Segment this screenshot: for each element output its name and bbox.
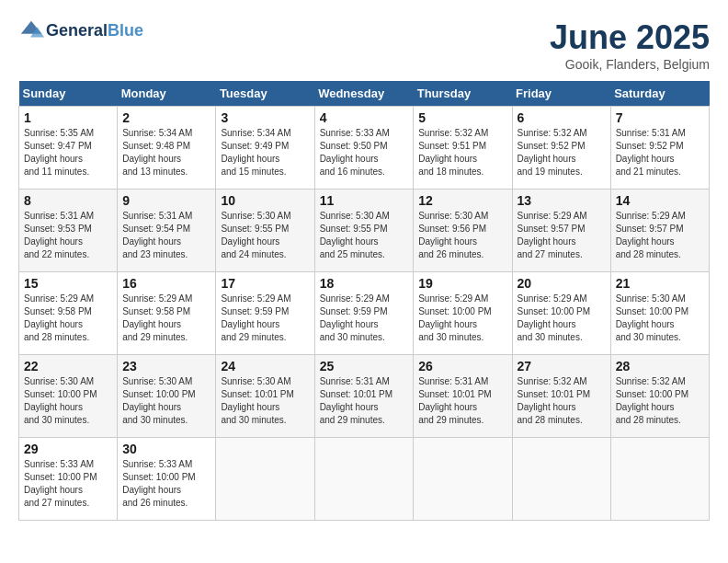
- calendar-day-cell: 15 Sunrise: 5:29 AMSunset: 9:58 PMDaylig…: [19, 272, 118, 355]
- day-info: Sunrise: 5:30 AMSunset: 10:01 PMDaylight…: [221, 376, 294, 425]
- calendar-day-cell: 21 Sunrise: 5:30 AMSunset: 10:00 PMDayli…: [610, 272, 709, 355]
- calendar-day-cell: [512, 438, 610, 521]
- day-number: 21: [616, 276, 704, 291]
- day-number: 5: [418, 110, 506, 125]
- day-number: 17: [221, 276, 309, 291]
- day-number: 22: [24, 359, 112, 373]
- calendar-day-cell: [610, 438, 709, 521]
- day-number: 16: [122, 276, 210, 291]
- month-title: June 2025: [550, 18, 710, 57]
- day-info: Sunrise: 5:33 AMSunset: 10:00 PMDaylight…: [24, 459, 97, 508]
- day-info: Sunrise: 5:34 AMSunset: 9:49 PMDaylight …: [221, 128, 290, 177]
- day-number: 25: [320, 359, 409, 373]
- calendar-day-cell: 26 Sunrise: 5:31 AMSunset: 10:01 PMDayli…: [414, 355, 512, 438]
- calendar-day-cell: 13 Sunrise: 5:29 AMSunset: 9:57 PMDaylig…: [512, 190, 610, 272]
- day-info: Sunrise: 5:30 AMSunset: 10:00 PMDaylight…: [24, 376, 97, 425]
- weekday-header-sunday: Sunday: [19, 81, 118, 107]
- calendar-day-cell: 4 Sunrise: 5:33 AMSunset: 9:50 PMDayligh…: [314, 107, 414, 190]
- day-number: 23: [122, 359, 210, 373]
- logo-text: GeneralBlue: [46, 22, 143, 40]
- day-number: 24: [221, 359, 309, 373]
- logo-icon: [18, 18, 44, 44]
- day-number: 10: [221, 193, 309, 208]
- day-info: Sunrise: 5:29 AMSunset: 10:00 PMDaylight…: [418, 293, 492, 342]
- calendar-day-cell: 24 Sunrise: 5:30 AMSunset: 10:01 PMDayli…: [216, 355, 314, 438]
- weekday-header-row: SundayMondayTuesdayWednesdayThursdayFrid…: [19, 81, 710, 107]
- day-info: Sunrise: 5:29 AMSunset: 9:57 PMDaylight …: [518, 211, 587, 259]
- calendar-day-cell: 23 Sunrise: 5:30 AMSunset: 10:00 PMDayli…: [118, 355, 216, 438]
- calendar-day-cell: 30 Sunrise: 5:33 AMSunset: 10:00 PMDayli…: [118, 438, 216, 521]
- day-number: 28: [616, 359, 704, 373]
- calendar-day-cell: 2 Sunrise: 5:34 AMSunset: 9:48 PMDayligh…: [118, 107, 216, 190]
- calendar-day-cell: 22 Sunrise: 5:30 AMSunset: 10:00 PMDayli…: [19, 355, 118, 438]
- day-number: 18: [320, 276, 409, 291]
- day-number: 14: [616, 193, 704, 208]
- calendar-day-cell: 14 Sunrise: 5:29 AMSunset: 9:57 PMDaylig…: [610, 190, 709, 272]
- day-info: Sunrise: 5:31 AMSunset: 9:53 PMDaylight …: [24, 211, 94, 259]
- weekday-header-thursday: Thursday: [414, 81, 512, 107]
- day-number: 19: [418, 276, 506, 291]
- day-info: Sunrise: 5:29 AMSunset: 9:58 PMDaylight …: [122, 293, 192, 342]
- day-info: Sunrise: 5:29 AMSunset: 9:57 PMDaylight …: [616, 211, 686, 259]
- calendar-day-cell: 16 Sunrise: 5:29 AMSunset: 9:58 PMDaylig…: [118, 272, 216, 355]
- location-title: Gooik, Flanders, Belgium: [550, 57, 710, 72]
- calendar-day-cell: 6 Sunrise: 5:32 AMSunset: 9:52 PMDayligh…: [512, 107, 610, 190]
- calendar-week-row: 8 Sunrise: 5:31 AMSunset: 9:53 PMDayligh…: [19, 190, 710, 272]
- day-number: 11: [320, 193, 409, 208]
- day-info: Sunrise: 5:29 AMSunset: 9:59 PMDaylight …: [221, 293, 290, 342]
- day-info: Sunrise: 5:35 AMSunset: 9:47 PMDaylight …: [24, 128, 94, 177]
- weekday-header-wednesday: Wednesday: [314, 81, 414, 107]
- calendar-day-cell: 11 Sunrise: 5:30 AMSunset: 9:55 PMDaylig…: [314, 190, 414, 272]
- calendar-week-row: 1 Sunrise: 5:35 AMSunset: 9:47 PMDayligh…: [19, 107, 710, 190]
- day-info: Sunrise: 5:31 AMSunset: 10:01 PMDaylight…: [418, 376, 492, 425]
- day-number: 7: [616, 110, 704, 125]
- day-number: 4: [320, 110, 409, 125]
- day-info: Sunrise: 5:31 AMSunset: 10:01 PMDaylight…: [320, 376, 393, 425]
- weekday-header-friday: Friday: [512, 81, 610, 107]
- day-number: 27: [518, 359, 606, 373]
- day-number: 2: [122, 110, 210, 125]
- calendar-day-cell: 19 Sunrise: 5:29 AMSunset: 10:00 PMDayli…: [414, 272, 512, 355]
- day-number: 20: [518, 276, 606, 291]
- day-number: 9: [122, 193, 210, 208]
- calendar-day-cell: 7 Sunrise: 5:31 AMSunset: 9:52 PMDayligh…: [610, 107, 709, 190]
- day-info: Sunrise: 5:29 AMSunset: 9:59 PMDaylight …: [320, 293, 390, 342]
- calendar-day-cell: 10 Sunrise: 5:30 AMSunset: 9:55 PMDaylig…: [216, 190, 314, 272]
- day-number: 1: [24, 110, 112, 125]
- day-info: Sunrise: 5:30 AMSunset: 9:55 PMDaylight …: [221, 211, 290, 259]
- calendar-day-cell: 29 Sunrise: 5:33 AMSunset: 10:00 PMDayli…: [19, 438, 118, 521]
- calendar-day-cell: 20 Sunrise: 5:29 AMSunset: 10:00 PMDayli…: [512, 272, 610, 355]
- title-block: June 2025 Gooik, Flanders, Belgium: [550, 18, 710, 72]
- day-info: Sunrise: 5:31 AMSunset: 9:52 PMDaylight …: [616, 128, 686, 177]
- calendar-week-row: 15 Sunrise: 5:29 AMSunset: 9:58 PMDaylig…: [19, 272, 710, 355]
- calendar-day-cell: 3 Sunrise: 5:34 AMSunset: 9:49 PMDayligh…: [216, 107, 314, 190]
- day-info: Sunrise: 5:30 AMSunset: 10:00 PMDaylight…: [616, 293, 689, 342]
- day-info: Sunrise: 5:32 AMSunset: 9:52 PMDaylight …: [518, 128, 587, 177]
- calendar-table: SundayMondayTuesdayWednesdayThursdayFrid…: [18, 81, 710, 521]
- day-info: Sunrise: 5:34 AMSunset: 9:48 PMDaylight …: [122, 128, 192, 177]
- calendar-day-cell: 17 Sunrise: 5:29 AMSunset: 9:59 PMDaylig…: [216, 272, 314, 355]
- day-info: Sunrise: 5:33 AMSunset: 10:00 PMDaylight…: [122, 459, 196, 508]
- calendar-day-cell: [314, 438, 414, 521]
- calendar-day-cell: [414, 438, 512, 521]
- day-info: Sunrise: 5:30 AMSunset: 9:55 PMDaylight …: [320, 211, 390, 259]
- day-info: Sunrise: 5:32 AMSunset: 10:00 PMDaylight…: [616, 376, 689, 425]
- day-info: Sunrise: 5:31 AMSunset: 9:54 PMDaylight …: [122, 211, 192, 259]
- calendar-day-cell: 25 Sunrise: 5:31 AMSunset: 10:01 PMDayli…: [314, 355, 414, 438]
- day-number: 6: [518, 110, 606, 125]
- weekday-header-tuesday: Tuesday: [216, 81, 314, 107]
- day-number: 12: [418, 193, 506, 208]
- calendar-day-cell: 8 Sunrise: 5:31 AMSunset: 9:53 PMDayligh…: [19, 190, 118, 272]
- day-number: 29: [24, 442, 112, 456]
- day-number: 3: [221, 110, 309, 125]
- day-info: Sunrise: 5:32 AMSunset: 10:01 PMDaylight…: [518, 376, 591, 425]
- calendar-day-cell: 1 Sunrise: 5:35 AMSunset: 9:47 PMDayligh…: [19, 107, 118, 190]
- day-info: Sunrise: 5:29 AMSunset: 10:00 PMDaylight…: [518, 293, 591, 342]
- calendar-day-cell: 28 Sunrise: 5:32 AMSunset: 10:00 PMDayli…: [610, 355, 709, 438]
- day-info: Sunrise: 5:30 AMSunset: 10:00 PMDaylight…: [122, 376, 196, 425]
- day-info: Sunrise: 5:33 AMSunset: 9:50 PMDaylight …: [320, 128, 390, 177]
- day-number: 15: [24, 276, 112, 291]
- calendar-day-cell: 9 Sunrise: 5:31 AMSunset: 9:54 PMDayligh…: [118, 190, 216, 272]
- weekday-header-monday: Monday: [118, 81, 216, 107]
- day-number: 26: [418, 359, 506, 373]
